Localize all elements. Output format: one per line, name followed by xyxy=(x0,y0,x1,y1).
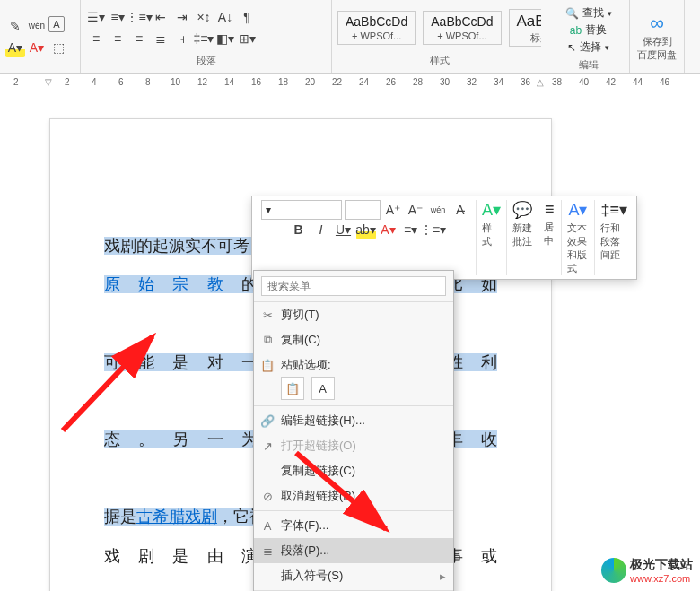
save-cloud-button[interactable]: ∞ 保存到 百度网盘 xyxy=(630,0,685,73)
link-greek-drama[interactable]: 古希腊戏剧 xyxy=(136,508,217,526)
underline-icon[interactable]: U▾ xyxy=(334,220,354,239)
text-direction-icon[interactable]: ×↕ xyxy=(194,7,214,27)
new-comment-button[interactable]: 💬 新建批注 xyxy=(507,200,538,275)
watermark: 极光下载站 www.xz7.com xyxy=(601,557,693,584)
paragraph-icon: ≣ xyxy=(259,544,276,558)
font-tools-group: ✎ wén A A▾ A▾ ⬚ xyxy=(0,0,81,73)
char-shading-icon[interactable]: ⬚ xyxy=(48,38,68,57)
bold-icon[interactable]: B xyxy=(289,220,309,239)
link-religion[interactable]: 原始宗教 xyxy=(104,275,241,293)
style-item-0[interactable]: AaBbCcDd + WPSOf... xyxy=(337,11,416,45)
paste-options-row: 📋 A xyxy=(254,373,453,404)
ctx-font[interactable]: A字体(F)... xyxy=(254,513,453,538)
ruler[interactable]: 2 ▽ 2 4 6 8 10 12 14 16 18 20 22 24 26 2… xyxy=(0,74,700,91)
borders-icon[interactable]: ⊞▾ xyxy=(237,29,257,48)
find-button[interactable]: 🔍查找▾ xyxy=(565,5,612,21)
grow-font-icon[interactable]: A⁺ xyxy=(383,200,403,220)
context-menu: ✂剪切(T) ⧉复制(C) 📋粘贴选项: 📋 A 🔗编辑超链接(H)... ↗打… xyxy=(253,270,454,591)
editing-group-label: 编辑 xyxy=(553,56,624,74)
font-color-mini-icon[interactable]: A▾ xyxy=(379,220,398,239)
line-spacing-icon[interactable]: ‡≡▾ xyxy=(194,29,214,48)
sort-icon[interactable]: A↓ xyxy=(215,7,235,27)
ctx-edit-hyperlink[interactable]: 🔗编辑超链接(H)... xyxy=(254,408,453,433)
spacing-icon: ‡≡▾ xyxy=(600,200,627,220)
highlight-icon[interactable]: A▾ xyxy=(5,38,25,57)
multilevel-list-icon[interactable]: ⋮≡▾ xyxy=(129,7,149,27)
mini-toolbar: ▾ A⁺ A⁻ wén A̶ B I U▾ ab▾ A▾ ≡▾ ⋮≡▾ A▾ 样… xyxy=(251,196,637,280)
watermark-logo-icon xyxy=(601,558,626,583)
paragraph-group: ☰▾ ≡▾ ⋮≡▾ ⇤ ⇥ ×↕ A↓ ¶ ≡ ≡ ≡ ≣ ⫞ ‡≡▾ ◧▾ xyxy=(81,0,332,73)
ctx-paste-options: 📋粘贴选项: xyxy=(254,352,453,373)
copy-icon: ⧉ xyxy=(259,333,276,347)
numbering-mini-icon[interactable]: ⋮≡▾ xyxy=(424,220,443,239)
align-center-mini-icon: ≡ xyxy=(545,200,555,219)
distribute-icon[interactable]: ⫞ xyxy=(172,29,192,48)
decrease-indent-icon[interactable]: ⇤ xyxy=(151,7,171,27)
paste-icon: 📋 xyxy=(259,359,276,372)
show-marks-icon[interactable]: ¶ xyxy=(237,7,257,27)
italic-icon[interactable]: I xyxy=(311,220,331,239)
editing-group: 🔍查找▾ ab替换 ↖选择▾ 编辑 xyxy=(547,0,630,73)
center-button[interactable]: ≡ 居中 xyxy=(538,200,561,275)
search-icon: 🔍 xyxy=(565,7,579,20)
open-link-icon: ↗ xyxy=(259,439,276,453)
bullets-icon[interactable]: ☰▾ xyxy=(86,7,106,27)
ctx-cut[interactable]: ✂剪切(T) xyxy=(254,302,453,327)
ctx-copy[interactable]: ⧉复制(C) xyxy=(254,327,453,352)
ctx-paragraph[interactable]: ≣段落(P)... xyxy=(254,538,453,563)
line-spacing-button[interactable]: ‡≡▾ 行和段落间距 xyxy=(595,200,633,275)
clear-format-icon[interactable]: A̶ xyxy=(451,200,470,220)
comment-icon: 💬 xyxy=(512,200,532,220)
align-left-icon[interactable]: ≡ xyxy=(86,29,106,48)
shrink-font-icon[interactable]: A⁻ xyxy=(406,200,425,220)
ctx-copy-hyperlink[interactable]: 复制超链接(C) xyxy=(254,458,453,483)
pinyin-mini-icon[interactable]: wén xyxy=(428,200,448,220)
align-center-icon[interactable]: ≡ xyxy=(108,29,127,48)
ctx-insert-symbol[interactable]: 插入符号(S)▸ xyxy=(254,563,453,588)
style-item-2[interactable]: AaBbC 标题 xyxy=(509,9,541,47)
styles-group: AaBbCcDd + WPSOf... AaBbCcDd + WPSOf... … xyxy=(332,0,547,73)
text-effect-button[interactable]: A▾ 文本效果和版式 xyxy=(562,200,596,275)
cursor-icon: ↖ xyxy=(567,41,576,54)
select-button[interactable]: ↖选择▾ xyxy=(567,39,609,55)
style-icon: A▾ xyxy=(482,200,501,220)
context-menu-search[interactable] xyxy=(254,271,453,302)
search-menu-input[interactable] xyxy=(261,276,446,296)
char-border-icon[interactable]: A xyxy=(48,16,65,32)
highlight-mini-icon[interactable]: ab▾ xyxy=(356,220,376,239)
align-right-icon[interactable]: ≡ xyxy=(129,29,149,48)
styles-group-label: 样式 xyxy=(337,52,541,69)
paste-keep-source-icon[interactable]: 📋 xyxy=(281,377,304,400)
style-item-1[interactable]: AaBbCcDd + WPSOf... xyxy=(423,11,501,45)
chevron-right-icon: ▸ xyxy=(440,569,446,583)
replace-button[interactable]: ab替换 xyxy=(570,22,607,38)
format-painter-icon[interactable]: ✎ xyxy=(5,16,25,36)
justify-icon[interactable]: ≣ xyxy=(151,29,171,48)
cut-icon: ✂ xyxy=(259,309,276,322)
pinyin-icon[interactable]: wén xyxy=(27,16,47,36)
font-combo[interactable]: ▾ xyxy=(261,200,342,220)
replace-icon: ab xyxy=(570,24,582,37)
unlink-icon: ⊘ xyxy=(259,490,276,503)
font-color-icon[interactable]: A▾ xyxy=(27,38,47,57)
shading-icon[interactable]: ◧▾ xyxy=(215,29,235,48)
ctx-open-hyperlink: ↗打开超链接(O) xyxy=(254,433,453,458)
numbering-icon[interactable]: ≡▾ xyxy=(108,7,127,27)
increase-indent-icon[interactable]: ⇥ xyxy=(172,7,192,27)
ctx-remove-hyperlink[interactable]: ⊘取消超链接(R) xyxy=(254,483,453,508)
cloud-icon: ∞ xyxy=(650,12,664,35)
paragraph-group-label: 段落 xyxy=(86,52,326,69)
bullets-mini-icon[interactable]: ≡▾ xyxy=(401,220,421,239)
font-icon: A xyxy=(259,519,276,533)
ribbon: ✎ wén A A▾ A▾ ⬚ ☰▾ ≡▾ ⋮≡▾ ⇤ ⇥ xyxy=(0,0,700,74)
style-button[interactable]: A▾ 样式 xyxy=(477,200,507,275)
link-icon: 🔗 xyxy=(259,414,276,428)
font-size-combo[interactable] xyxy=(345,200,381,220)
text-effect-icon: A▾ xyxy=(568,200,587,220)
paste-text-only-icon[interactable]: A xyxy=(311,377,335,400)
